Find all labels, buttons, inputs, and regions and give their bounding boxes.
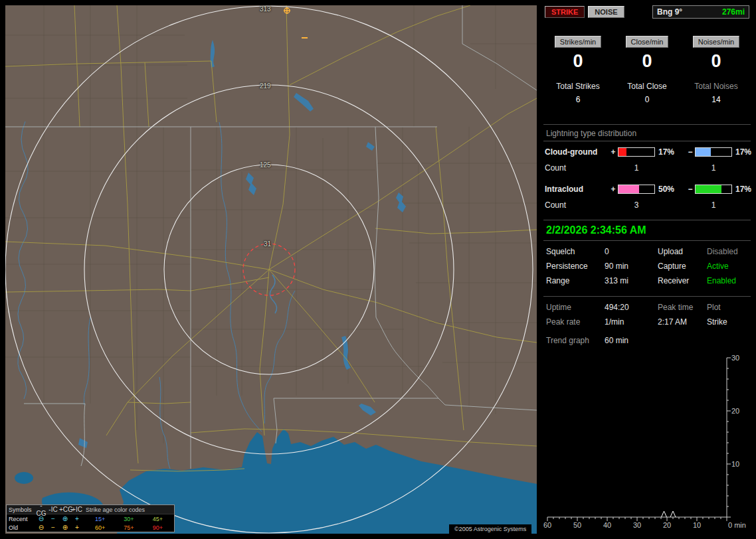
x-tick-label: 60 [541, 521, 554, 529]
peak-rate-value: 1/min [605, 317, 658, 327]
noises-per-min-counter: Noises/min 0 Total Noises 14 [682, 36, 751, 104]
receiver-value: Enabled [707, 276, 748, 285]
ic-minus-count: 1 [695, 200, 732, 210]
map-legend: Symbols -CG -IC +CG +IC Strike age color… [6, 504, 175, 532]
peak-time-value: 2:17 AM [658, 317, 707, 327]
x-tick-label: 20 [660, 521, 674, 529]
trend-graph-label: Trend graph [546, 336, 605, 345]
range-ring-label: 219 [260, 82, 271, 90]
legend-recent-label: Recent [9, 516, 35, 522]
legend-symbols-header: Symbols [9, 506, 35, 513]
y-tick-label: 20 [731, 407, 739, 415]
trend-axes [547, 358, 731, 521]
cg-minus-bar [695, 147, 732, 157]
age-code: 45+ [153, 516, 163, 522]
range-ring-label: 125 [260, 161, 271, 169]
range-value: 313 mi [605, 276, 658, 285]
count-label: Count [545, 163, 609, 173]
total-strikes-label: Total Strikes [543, 82, 613, 91]
plot-label: Plot [707, 303, 748, 312]
cg-minus-count: 1 [695, 163, 732, 173]
legend-col-neg-ic: -IC [47, 506, 59, 514]
trend-graph-canvas [543, 356, 751, 536]
map-canvas [5, 5, 537, 534]
upload-value: Disabled [707, 247, 748, 256]
ic-minus-bar-fill [696, 185, 721, 193]
close-per-min-label: Close/min [626, 36, 669, 48]
cg-plus-count: 1 [618, 163, 655, 173]
squelch-value: 0 [605, 247, 658, 256]
ic-minus-pct: 17% [733, 185, 751, 194]
cloud-ground-row: Cloud-ground + 17% − 17% [543, 144, 751, 160]
strikes-per-min-value: 0 [543, 51, 613, 72]
legend-col-pos-ic: +IC [71, 506, 83, 514]
trend-graph-row: Trend graph 60 min [543, 327, 751, 345]
datetime-display: 2/2/2026 2:34:56 AM [543, 220, 751, 241]
age-code: 60+ [95, 524, 105, 531]
lake-small-west [15, 472, 33, 484]
trend-graph: 30 20 10 60 50 40 30 20 10 0 min [543, 356, 751, 536]
x-tick-label: 10 [690, 521, 704, 529]
total-noises-value: 14 [682, 95, 751, 104]
total-close-label: Total Close [613, 82, 682, 91]
peak-time-label: Peak time [658, 303, 707, 312]
ic-plus-count: 3 [618, 200, 655, 210]
map: 313 219 125 31 Symbols -CG -IC +CG +IC S… [5, 5, 537, 534]
bearing-display: Bng 9° 276mi [652, 5, 749, 19]
range-label: Range [546, 276, 605, 285]
bearing-range-value: 276mi [722, 7, 745, 17]
x-tick-label: 40 [601, 521, 614, 529]
uptime-value: 494:20 [605, 303, 658, 312]
copyright: ©2005 Astrogenic Systems [449, 524, 531, 534]
persistence-value: 90 min [605, 262, 658, 271]
intracloud-count-row: Count 3 1 [543, 197, 751, 213]
legend-age-header: Strike age color codes [83, 506, 172, 513]
close-per-min-value: 0 [613, 51, 682, 72]
strikes-per-min-label: Strikes/min [555, 36, 601, 48]
close-per-min-counter: Close/min 0 Total Close 0 [613, 36, 682, 104]
minus-sign: − [686, 185, 695, 194]
age-code: 15+ [95, 516, 105, 522]
rate-counters: Strikes/min 0 Total Strikes 6 Close/min … [543, 36, 751, 104]
capture-value: Active [707, 262, 748, 271]
ic-plus-bar-fill [618, 185, 639, 193]
cg-plus-bar [618, 147, 655, 157]
noise-mode-button[interactable]: NOISE [588, 6, 624, 18]
intracloud-row: Intracloud + 50% − 17% [543, 181, 751, 197]
status-grid: Squelch 0 Upload Disabled Persistence 90… [543, 241, 751, 285]
ic-plus-bar [618, 185, 655, 194]
range-ring-label: 31 [264, 240, 271, 248]
mode-toolbar: STRIKE NOISE Bng 9° 276mi [543, 5, 751, 19]
x-tick-label: 30 [630, 521, 644, 529]
y-tick-label: 10 [731, 460, 739, 468]
minus-sign: − [686, 147, 695, 157]
receiver-label: Receiver [658, 276, 707, 285]
trend-graph-value: 60 min [605, 336, 748, 345]
total-noises-label: Total Noises [682, 82, 751, 91]
cloud-ground-count-row: Count 1 1 [543, 160, 751, 176]
plus-sign: + [609, 185, 618, 194]
count-label: Count [545, 200, 609, 210]
ic-plus-pct: 50% [656, 185, 686, 194]
cg-plus-pct: 17% [656, 147, 686, 157]
peak-rate-label: Peak rate [546, 317, 605, 327]
bearing-value: Bng 9° [657, 7, 682, 17]
age-code: 30+ [124, 516, 134, 522]
upload-label: Upload [658, 247, 707, 256]
cg-plus-bar-fill [618, 148, 626, 156]
x-zero-label: 0 min [728, 521, 746, 529]
uptime-grid: Uptime 494:20 Peak time Plot Peak rate 1… [543, 297, 751, 327]
cg-minus-bar-fill [696, 148, 711, 156]
total-close-value: 0 [613, 95, 682, 104]
squelch-label: Squelch [546, 247, 605, 256]
strikes-per-min-counter: Strikes/min 0 Total Strikes 6 [543, 36, 613, 104]
age-code: 90+ [153, 524, 163, 531]
cg-minus-pct: 17% [733, 147, 751, 157]
strike-mode-button[interactable]: STRIKE [545, 6, 585, 18]
ic-minus-bar [695, 185, 732, 194]
age-code: 75+ [124, 524, 134, 531]
side-panel: STRIKE NOISE Bng 9° 276mi Strikes/min 0 … [543, 5, 751, 534]
uptime-label: Uptime [546, 303, 605, 312]
neg-ic-old-icon: − [47, 524, 59, 532]
noises-per-min-value: 0 [682, 51, 751, 72]
